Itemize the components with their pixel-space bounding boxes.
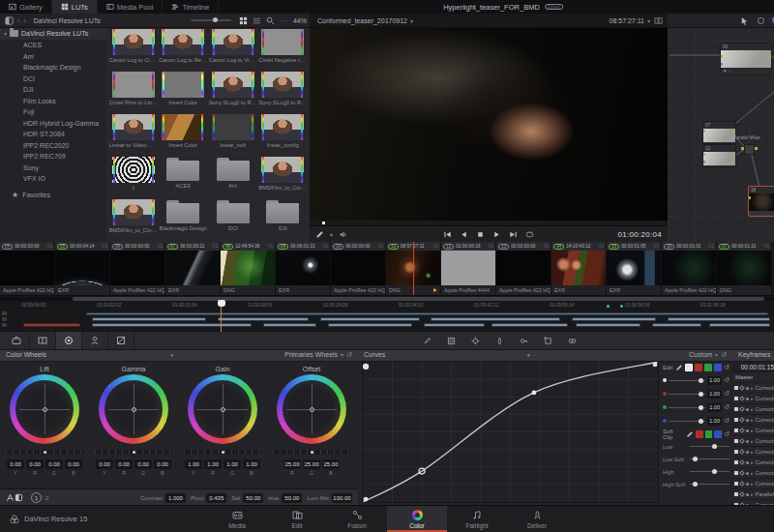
page-tab-fairlight[interactable]: Fairlight xyxy=(447,506,507,532)
soft-slider-track[interactable] xyxy=(690,446,729,447)
master-wheel-gain[interactable] xyxy=(184,450,261,455)
clip-thumbnail[interactable] xyxy=(441,251,495,285)
clip-thumbnail[interactable] xyxy=(276,251,330,285)
color-wheel-gain[interactable] xyxy=(188,374,257,444)
color-wheels-tool-icon[interactable] xyxy=(56,332,82,349)
track-lock-icon[interactable] xyxy=(739,470,745,476)
curves-mode-caret-icon[interactable]: ▾ xyxy=(715,351,718,358)
tree-expand-caret-icon[interactable]: ▾ xyxy=(4,30,7,37)
slider-handle[interactable] xyxy=(712,444,717,449)
soft-slider-track[interactable] xyxy=(690,471,729,472)
sidebar-item-hdr-hybrid-log-gamma[interactable]: HDR Hybrid Log-Gamma xyxy=(0,118,106,130)
keyframe-track-corrector-10[interactable]: ▸Corrector 10 xyxy=(732,479,774,489)
lut-item[interactable]: Cintel Print to Linear xyxy=(108,72,159,114)
clip-thumbnail[interactable] xyxy=(0,251,54,285)
sidebar-item-ipp2-rec709[interactable]: IPP2 REC709 xyxy=(0,151,106,163)
keyframe-track-corrector-5[interactable]: ▸Corrector 5 xyxy=(732,426,774,436)
sidebar-item-dci[interactable]: DCI xyxy=(0,74,106,85)
lut-item[interactable]: Sony SLog2 to Rec709 xyxy=(208,72,258,114)
lut-item[interactable]: Canon Log to Rec709 xyxy=(159,29,209,72)
slider-handle[interactable] xyxy=(693,457,698,461)
master-wheel-gamma[interactable] xyxy=(95,450,172,455)
page-icons[interactable] xyxy=(653,15,663,25)
scrub-handle[interactable] xyxy=(322,222,325,224)
lut-folder-item[interactable]: Blackmagic Design xyxy=(159,199,209,242)
channel-reset-icon[interactable]: ↺ xyxy=(724,403,729,411)
disclosure-icon[interactable]: ▸ xyxy=(751,459,754,465)
window-icon[interactable] xyxy=(447,337,456,345)
wheel-center-handle[interactable] xyxy=(132,407,136,412)
timeline-clip-segment[interactable] xyxy=(92,317,206,321)
bypass-icon[interactable] xyxy=(4,15,14,25)
page-tab-media[interactable]: Media xyxy=(207,506,267,532)
channel-swatch-y[interactable] xyxy=(685,364,693,371)
timeline-clip-segment[interactable] xyxy=(263,323,316,327)
keyframe-track-corrector-4[interactable]: ▸Corrector 4 xyxy=(732,415,774,426)
soft-slider-track[interactable] xyxy=(690,458,729,459)
color-wheel-gamma[interactable] xyxy=(99,374,168,444)
soft-clip-swatch[interactable] xyxy=(705,430,713,438)
wheel-value-box[interactable]: 1.00 xyxy=(243,459,260,469)
timeline-clip-segment[interactable] xyxy=(652,323,701,327)
wheels-reset-icon[interactable]: ↺ xyxy=(346,351,352,359)
lut-item[interactable]: linear_soft xyxy=(208,114,258,157)
lut-tree-root[interactable]: ▾ DaVinci Resolve LUTs xyxy=(0,27,106,40)
lut-folder-item[interactable]: ACES xyxy=(159,157,209,199)
timeline-clip-segment[interactable] xyxy=(320,317,419,321)
curves-mode-select[interactable]: Custom xyxy=(689,351,712,358)
track-enable-icon[interactable] xyxy=(734,460,738,464)
lut-item[interactable]: Invert Color xyxy=(159,72,209,114)
clip-thumbnail[interactable] xyxy=(331,251,385,285)
track-lock-icon[interactable] xyxy=(739,481,745,487)
timeline-clip-segment[interactable] xyxy=(709,323,770,327)
wipe-icon[interactable] xyxy=(108,332,134,349)
page-tab-edit[interactable]: Edit xyxy=(267,506,327,532)
annotate-caret-icon[interactable]: ▾ xyxy=(330,231,333,238)
slider-handle[interactable] xyxy=(699,405,703,410)
node-03[interactable]: 03 ✦ ○ xyxy=(720,43,772,75)
curve-point[interactable] xyxy=(364,497,369,502)
param-value[interactable]: 50.00 xyxy=(282,493,302,503)
key-icon[interactable] xyxy=(520,337,528,345)
highlight-icon[interactable] xyxy=(756,15,765,25)
page-tab-color[interactable]: Color xyxy=(387,506,447,532)
wheel-value-box[interactable]: 0.00 xyxy=(154,459,171,469)
lut-item[interactable]: linear_config xyxy=(258,114,309,157)
lut-folder-item[interactable]: Arri xyxy=(208,157,258,199)
disclosure-icon[interactable]: ▸ xyxy=(751,428,754,433)
disclosure-icon[interactable]: ▸ xyxy=(751,406,754,412)
keyframe-track-corrector-7[interactable]: ▸Corrector 7 xyxy=(732,447,774,458)
clip-thumbnail[interactable] xyxy=(607,251,661,285)
slider-handle[interactable] xyxy=(699,378,703,383)
clip-name-caret-icon[interactable]: ▾ xyxy=(410,17,413,24)
track-lock-icon[interactable] xyxy=(739,438,745,444)
sidebar-item-aces[interactable]: ACES xyxy=(0,40,106,51)
slider-handle[interactable] xyxy=(699,392,703,397)
wheel-value-box[interactable]: 0.00 xyxy=(7,459,24,469)
bypass-grade-icon[interactable] xyxy=(15,493,23,502)
timeline-clip-segment[interactable] xyxy=(23,323,80,327)
skip-start-icon[interactable] xyxy=(443,230,452,239)
track-lock-icon[interactable] xyxy=(739,459,745,465)
wheel-center-handle[interactable] xyxy=(43,407,47,412)
sidebar-item-fuji[interactable]: Fuji xyxy=(0,106,106,118)
timeline-marker-cyan[interactable] xyxy=(607,305,610,308)
wheel-value-box[interactable]: 0.00 xyxy=(65,459,82,469)
sidebar-item-blackmagic-design[interactable]: Blackmagic Design xyxy=(0,62,106,74)
timeline-clip-08[interactable]: 0812:49:54:26V1DNG xyxy=(221,242,276,295)
lut-item[interactable]: BMDFilm_to_Cintel_ xyxy=(258,157,309,199)
timeline-clip-segment[interactable] xyxy=(328,323,412,327)
sidebar-item-arri[interactable]: Arri xyxy=(0,51,106,63)
master-wheel-lift[interactable] xyxy=(6,450,83,455)
wheel-value-box[interactable]: 0.00 xyxy=(134,459,152,469)
lut-folder-item[interactable]: DCI xyxy=(208,199,258,242)
skip-end-icon[interactable] xyxy=(509,230,518,239)
timecode-caret-icon[interactable]: ▾ xyxy=(647,17,650,24)
disclosure-icon[interactable]: ▸ xyxy=(751,481,754,487)
channel-swatch-r[interactable] xyxy=(695,364,702,371)
soft-clip-swatch[interactable] xyxy=(696,430,703,438)
keyframe-track-corrector-6[interactable]: ▸Corrector 6 xyxy=(732,436,774,447)
lut-item[interactable]: Sony SLog3 to Rec709 xyxy=(258,72,309,114)
channel-gain-slider[interactable] xyxy=(669,380,705,381)
wheels-mode-select[interactable]: Primaries Wheels xyxy=(284,351,338,358)
